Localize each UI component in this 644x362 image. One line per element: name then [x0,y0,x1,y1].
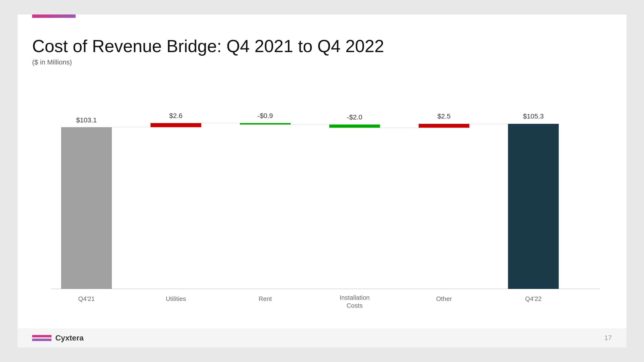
bar-other-xlabel: Other [436,295,452,302]
bar-utilities [150,123,201,127]
logo-stripe-purple [32,339,52,341]
bar-q422-xlabel: Q4'22 [525,295,542,302]
slide-title: Cost of Revenue Bridge: Q4 2021 to Q4 20… [32,36,612,56]
bar-installation [329,124,380,128]
top-accent [32,14,76,18]
page-number: 17 [604,334,612,342]
bar-rent [240,123,290,124]
bar-installation-xlabel-2: Costs [347,302,362,309]
bar-q422 [508,124,559,289]
logo-stripe-magenta [32,335,52,337]
logo-stripes [32,335,52,341]
bar-installation-xlabel-1: Installation [340,294,370,301]
bar-installation-label: -$2.0 [347,113,362,121]
bar-utilities-label: $2.6 [169,112,182,119]
bar-rent-xlabel: Rent [259,295,272,302]
bar-q421-xlabel: Q4'21 [78,295,95,302]
chart-area: $103.1 Q4'21 $2.6 Utilities -$0.9 [32,76,612,338]
bar-other-label: $2.5 [438,112,451,120]
footer: Cyxtera 17 [18,328,626,348]
bar-q421 [61,127,112,289]
bar-other [418,124,469,128]
bar-utilities-xlabel: Utilities [166,295,186,302]
bar-rent-label: -$0.9 [258,112,273,119]
logo-text: Cyxtera [55,334,84,343]
bar-q422-label: $105.3 [523,112,544,120]
logo-container: Cyxtera [32,334,84,343]
slide-subtitle: ($ in Millions) [32,58,612,66]
chart-svg: $103.1 Q4'21 $2.6 Utilities -$0.9 [32,76,612,338]
bar-q421-label: $103.1 [76,116,97,124]
slide-container: Cost of Revenue Bridge: Q4 2021 to Q4 20… [18,14,626,348]
